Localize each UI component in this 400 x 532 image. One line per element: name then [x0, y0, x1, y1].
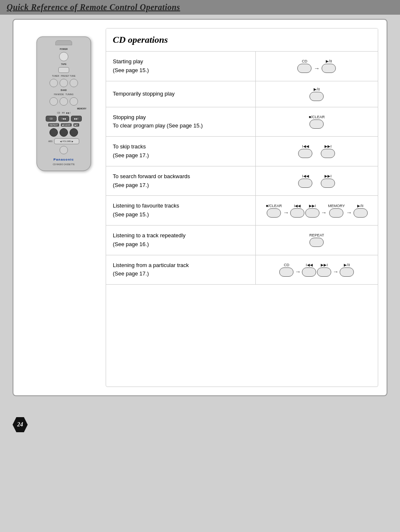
op-description-cell: Listening from a particular track (See p… [106, 255, 255, 285]
op-diagram-cell: ■/CLEAR [255, 107, 378, 137]
diag-fav-play: ▶/II [353, 204, 368, 218]
op-description: Listening from a particular track (See p… [113, 261, 249, 279]
diagram-search: I◀◀ ▶▶I [262, 174, 371, 188]
remote-brand: Panasonic [53, 158, 74, 161]
diagram-temp-stop: ▶/II [262, 87, 371, 101]
remote-tape-btn [58, 67, 69, 73]
op-description: Starting play (See page 15.) [113, 57, 249, 75]
remote-clip [55, 40, 72, 45]
section-title: CD operations [106, 29, 378, 52]
remote-btn-fwd: ▶▶I [71, 116, 82, 122]
diag-fav-clear-circle [267, 208, 281, 218]
diag-arrow-2: → [283, 209, 289, 216]
op-description-cell: Starting play (See page 15.) [106, 52, 255, 81]
diag-repeat-btn: REPEAT [309, 233, 324, 247]
diagram-repeat: REPEAT [262, 233, 371, 247]
remote-side: POWER TAPE TUNER PRESET TUNE BAND FM MOD… [22, 28, 106, 387]
remote-btn-fm [49, 97, 58, 106]
remote-tuner-row: TUNER PRESET TUNE [39, 75, 88, 77]
op-diagram-cell: I◀◀ ▶▶I [255, 137, 378, 166]
diag-search-rew-circle [298, 179, 312, 188]
page-footer: 24 [0, 409, 400, 441]
remote-btn-abs [60, 146, 68, 154]
table-row: To search forward or backwards (See page… [106, 166, 378, 196]
table-row: Starting play (See page 15.) CD → [106, 52, 378, 81]
remote-btn-clear [60, 128, 68, 137]
op-diagram-cell: ■/CLEAR → I◀◀ ▶▶I [255, 196, 378, 226]
diag-fav-fwd: ▶▶I [305, 204, 319, 218]
op-diagram-cell: CD → I◀◀ ▶▶I → [255, 255, 378, 285]
page-number: 24 [17, 421, 23, 428]
remote-power-btn [59, 52, 68, 61]
remote-btn-rew: I◀◀ [58, 116, 69, 122]
diag-fav-mem: MEMORY [328, 204, 345, 218]
diag-play-circle [322, 64, 336, 73]
remote-btn-memory [70, 97, 78, 106]
table-row: Listening to a track repeatedly (See pag… [106, 225, 378, 255]
diag-pause-btn: ▶/II [309, 87, 324, 101]
diag-fav-rew: I◀◀ [290, 204, 304, 218]
op-description-cell: Stopping play To clear program play (See… [106, 107, 255, 137]
diag-fav-mem-circle [329, 208, 343, 218]
diag-part-rew-circle [302, 267, 316, 277]
footer-icon: 24 [13, 417, 28, 432]
diagram-particular: CD → I◀◀ ▶▶I → [262, 263, 371, 277]
op-description-cell: To skip tracks (See page 17.) [106, 137, 255, 166]
page-header: Quick Reference of Remote Control Operat… [0, 0, 400, 15]
op-description: Listening to a track repeatedly (See pag… [113, 231, 249, 249]
op-diagram-cell: CD → ▶/II [255, 52, 378, 81]
table-row: Stopping play To clear program play (See… [106, 107, 378, 137]
diagram-favourite: ■/CLEAR → I◀◀ ▶▶I [262, 204, 371, 218]
diag-fav-rew-circle [290, 208, 304, 218]
remote-btn-cd: CD [46, 116, 57, 122]
op-diagram-cell: ▶/II [255, 81, 378, 107]
diag-fav-clear: ■/CLEAR [266, 204, 282, 218]
op-description: Temporarily stopping play [113, 90, 249, 99]
op-description: To search forward or backwards (See page… [113, 172, 249, 190]
diag-arrow-3: → [321, 209, 327, 216]
diag-arrow-6: → [332, 268, 338, 275]
diag-part-cd: CD [279, 263, 294, 277]
operations-table-container: CD operations Starting play (See page 15… [106, 28, 378, 387]
op-diagram-cell: REPEAT [255, 225, 378, 255]
op-description-cell: Listening to favourite tracks (See page … [106, 196, 255, 226]
diag-part-play: ▶/II [340, 263, 354, 277]
diag-rew-circle [298, 149, 312, 158]
diag-cd-circle [297, 64, 312, 73]
table-row: Listening to favourite tracks (See page … [106, 196, 378, 226]
diag-clear-circle [309, 119, 324, 129]
table-row: Listening from a particular track (See p… [106, 255, 378, 285]
diag-pause-circle [309, 92, 324, 101]
diag-part-cd-circle [279, 267, 294, 277]
remote-btn-tuning [60, 97, 68, 106]
diag-search-fwd-circle [321, 179, 335, 188]
op-description-cell: Listening to a track repeatedly (See pag… [106, 225, 255, 255]
diag-fwd-btn: ▶▶I [321, 144, 335, 158]
diag-fav-play-circle [353, 208, 368, 218]
table-row: Temporarily stopping play ▶/II [106, 81, 378, 107]
diag-part-rew: I◀◀ [302, 263, 316, 277]
op-description-cell: Temporarily stopping play [106, 81, 255, 107]
remote-btn-volume: ◀ VOLUME ▶ [54, 138, 79, 144]
remote-brand-sub: CD RADIO CASSETTE [53, 163, 75, 166]
op-description-cell: To search forward or backwards (See page… [106, 166, 255, 196]
diag-repeat-circle [309, 238, 324, 247]
op-description: Stopping play To clear program play (See… [113, 113, 249, 131]
diag-part-play-circle [340, 267, 354, 277]
op-diagram-cell: I◀◀ ▶▶I [255, 166, 378, 196]
page-header-title: Quick Reference of Remote Control Operat… [7, 3, 180, 12]
diag-rew-btn: I◀◀ [298, 144, 312, 158]
main-container: POWER TAPE TUNER PRESET TUNE BAND FM MOD… [13, 19, 387, 396]
remote-btn-play [70, 128, 78, 137]
op-description: To skip tracks (See page 17.) [113, 143, 249, 160]
diag-play-btn: ▶/II [322, 59, 336, 73]
remote-btn-preset1 [60, 79, 68, 87]
diag-fwd-circle [321, 149, 335, 158]
op-description: Listening to favourite tracks (See page … [113, 202, 249, 219]
remote-btn-tuner [49, 79, 58, 87]
diag-arrow-4: → [346, 209, 352, 216]
diag-search-rew: I◀◀ [298, 174, 312, 188]
diag-part-fwd-circle [317, 267, 331, 277]
diag-part-fwd: ▶▶I [317, 263, 331, 277]
operations-table: Starting play (See page 15.) CD → [106, 52, 378, 285]
